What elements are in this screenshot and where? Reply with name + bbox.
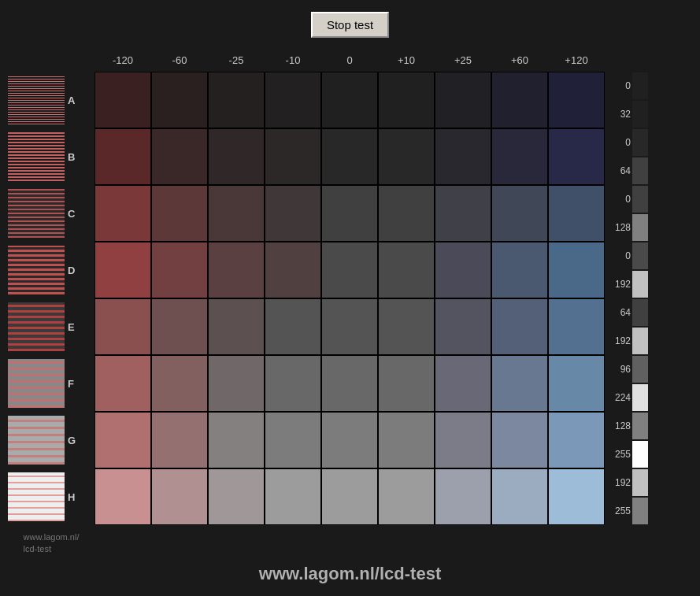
right-bottom-pair-0: 32 xyxy=(605,100,648,128)
grid-row-d: 0192 xyxy=(94,242,700,298)
cell-a-3 xyxy=(265,72,321,128)
col-header-3: -10 xyxy=(265,50,321,72)
cell-e-6 xyxy=(435,298,491,355)
cell-d-1 xyxy=(151,242,208,298)
right-bottom-swatch-7 xyxy=(632,498,648,524)
watermark-left: www.lagom.nl/lcd-test xyxy=(24,531,80,556)
pattern-g xyxy=(8,416,65,465)
right-top-swatch-4 xyxy=(632,299,648,326)
cell-c-6 xyxy=(435,185,491,242)
cell-d-3 xyxy=(265,242,321,298)
right-bottom-pair-2: 128 xyxy=(605,213,648,242)
cell-b-8 xyxy=(548,128,605,185)
row-b-label-cell: B xyxy=(8,128,94,185)
right-labels-row-3: 0192 xyxy=(605,242,648,298)
cell-g-8 xyxy=(548,412,605,468)
row-c-label-cell: C xyxy=(8,185,94,242)
right-top-label-5: 96 xyxy=(605,364,632,375)
cell-b-3 xyxy=(265,128,321,185)
row-label-a: A xyxy=(68,94,75,106)
stop-test-button[interactable]: Stop test xyxy=(311,12,389,38)
cell-g-0 xyxy=(94,412,151,468)
right-bottom-pair-1: 64 xyxy=(605,157,648,185)
right-bottom-label-6: 255 xyxy=(605,449,632,460)
pattern-f xyxy=(8,359,65,408)
cell-g-5 xyxy=(378,412,435,468)
row-label-b: B xyxy=(68,151,75,163)
cell-a-4 xyxy=(321,72,378,128)
cell-c-8 xyxy=(548,185,605,242)
cell-f-5 xyxy=(378,355,435,412)
cell-e-5 xyxy=(378,298,435,355)
cell-h-6 xyxy=(435,468,491,525)
right-top-swatch-0 xyxy=(632,72,648,99)
right-top-label-0: 0 xyxy=(605,80,632,91)
row-h-label-cell: H xyxy=(8,468,94,525)
cell-b-0 xyxy=(94,128,151,185)
grid-area: -120 -60 -25 -10 0 +10 +25 +60 +120 0320… xyxy=(94,50,700,556)
col-header-1: -60 xyxy=(151,50,208,72)
row-f-label-cell: F xyxy=(8,355,94,412)
right-bottom-label-5: 224 xyxy=(605,392,632,403)
pattern-c xyxy=(8,189,65,238)
cell-d-6 xyxy=(435,242,491,298)
cell-h-0 xyxy=(94,468,151,525)
cell-e-2 xyxy=(208,298,265,355)
row-e-label-cell: E xyxy=(8,298,94,355)
cell-e-7 xyxy=(491,298,548,355)
right-top-label-2: 0 xyxy=(605,194,632,205)
cell-f-0 xyxy=(94,355,151,412)
cell-c-2 xyxy=(208,185,265,242)
row-label-h: H xyxy=(68,491,75,503)
right-top-pair-7: 192 xyxy=(605,468,648,497)
right-bottom-swatch-4 xyxy=(632,328,648,354)
grid-row-g: 128255 xyxy=(94,412,700,468)
cell-h-3 xyxy=(265,468,321,525)
right-bottom-label-4: 192 xyxy=(605,335,632,346)
row-label-c: C xyxy=(68,208,75,220)
right-top-pair-6: 128 xyxy=(605,412,648,440)
cell-d-4 xyxy=(321,242,378,298)
right-bottom-pair-6: 255 xyxy=(605,440,648,468)
right-labels-row-1: 064 xyxy=(605,128,648,185)
cell-e-8 xyxy=(548,298,605,355)
pattern-d xyxy=(8,246,65,294)
row-label-g: G xyxy=(68,435,76,446)
cell-c-3 xyxy=(265,185,321,242)
cell-e-1 xyxy=(151,298,208,355)
row-label-d: D xyxy=(68,265,75,276)
cell-g-1 xyxy=(151,412,208,468)
cell-g-3 xyxy=(265,412,321,468)
col-header-2: -25 xyxy=(208,50,265,72)
cell-a-7 xyxy=(491,72,548,128)
right-labels-row-7: 192255 xyxy=(605,468,648,525)
right-bottom-swatch-2 xyxy=(632,214,648,241)
right-labels-row-5: 96224 xyxy=(605,355,648,412)
right-bottom-pair-7: 255 xyxy=(605,497,648,525)
cell-b-4 xyxy=(321,128,378,185)
cell-b-2 xyxy=(208,128,265,185)
grid-rows-container: 032064012801926419296224128255192255 xyxy=(94,72,700,525)
cell-f-6 xyxy=(435,355,491,412)
right-top-label-7: 192 xyxy=(605,477,632,488)
right-top-swatch-7 xyxy=(632,469,648,496)
cell-c-0 xyxy=(94,185,151,242)
right-top-swatch-3 xyxy=(632,242,648,269)
cell-b-6 xyxy=(435,128,491,185)
cell-e-3 xyxy=(265,298,321,355)
right-top-swatch-5 xyxy=(632,356,648,383)
right-bottom-label-1: 64 xyxy=(605,165,632,176)
right-bottom-swatch-5 xyxy=(632,384,648,411)
cell-e-4 xyxy=(321,298,378,355)
cell-d-8 xyxy=(548,242,605,298)
grid-row-e: 64192 xyxy=(94,298,700,355)
col-header-0: -120 xyxy=(94,50,151,72)
cell-f-2 xyxy=(208,355,265,412)
cell-d-0 xyxy=(94,242,151,298)
cell-h-5 xyxy=(378,468,435,525)
cell-d-5 xyxy=(378,242,435,298)
right-top-label-6: 128 xyxy=(605,420,632,431)
cell-h-7 xyxy=(491,468,548,525)
right-top-label-1: 0 xyxy=(605,137,632,148)
col-header-7: +60 xyxy=(491,50,548,72)
